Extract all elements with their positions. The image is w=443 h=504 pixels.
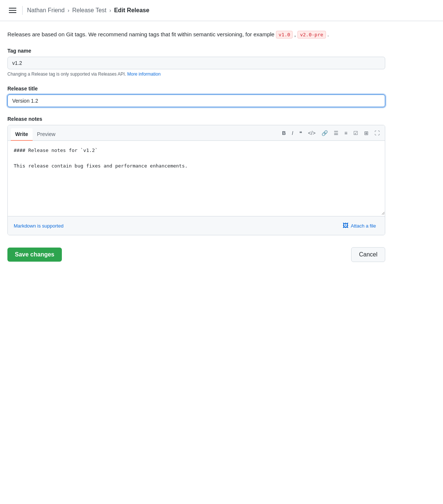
release-title-input[interactable] xyxy=(7,94,385,107)
editor-tabs-bar: Write Preview B I ❝ </> xyxy=(8,125,385,141)
breadcrumb-sep-1: › xyxy=(67,7,69,13)
release-notes-textarea[interactable]: #### Release notes for `v1.2` This relea… xyxy=(8,141,385,215)
header: Nathan Friend › Release Test › Edit Rele… xyxy=(0,0,443,21)
unordered-list-icon: ☰ xyxy=(334,130,339,136)
table-icon: ⊞ xyxy=(364,130,369,136)
editor-toolbar: B I ❝ </> 🔗 ☰ xyxy=(280,129,382,140)
breadcrumb-sep-2: › xyxy=(109,7,111,13)
code-icon: </> xyxy=(308,130,316,136)
release-notes-section: Release notes Write Preview B I ❝ xyxy=(7,116,385,235)
main-content: Releases are based on Git tags. We recom… xyxy=(0,30,393,277)
breadcrumb-parent[interactable]: Nathan Friend xyxy=(27,7,64,14)
link-button[interactable]: 🔗 xyxy=(319,129,330,137)
header-divider xyxy=(0,21,443,21)
header-divider-vertical xyxy=(22,6,23,15)
tag-name-section: Tag name Changing a Release tag is only … xyxy=(7,48,385,77)
attach-file-label: Attach a file xyxy=(351,223,376,229)
unordered-list-button[interactable]: ☰ xyxy=(332,129,341,137)
link-icon: 🔗 xyxy=(322,130,328,136)
cancel-button[interactable]: Cancel xyxy=(351,247,385,262)
save-changes-button[interactable]: Save changes xyxy=(7,248,62,262)
breadcrumb: Nathan Friend › Release Test › Edit Rele… xyxy=(27,7,149,14)
quote-button[interactable]: ❝ xyxy=(297,129,304,137)
bold-button[interactable]: B xyxy=(280,129,288,137)
ordered-list-button[interactable]: ≡ xyxy=(342,129,350,137)
info-text-before: Releases are based on Git tags. We recom… xyxy=(7,31,274,37)
release-notes-editor: Write Preview B I ❝ </> xyxy=(7,125,385,235)
italic-button[interactable]: I xyxy=(290,129,296,137)
info-text-after: . xyxy=(327,31,329,37)
fullscreen-icon: ⛶ xyxy=(374,130,380,136)
quote-icon: ❝ xyxy=(299,130,302,136)
info-text-between: , xyxy=(294,31,296,37)
tab-write[interactable]: Write xyxy=(11,128,33,141)
italic-icon: I xyxy=(292,130,293,136)
tag-example-1: v1.0 xyxy=(276,31,293,39)
markdown-supported-link[interactable]: Markdown is supported xyxy=(14,223,63,229)
tag-name-label: Tag name xyxy=(7,48,385,54)
release-notes-label: Release notes xyxy=(7,116,385,122)
table-button[interactable]: ⊞ xyxy=(362,129,371,137)
info-text: Releases are based on Git tags. We recom… xyxy=(7,30,385,39)
editor-footer: Markdown is supported 🖼 Attach a file xyxy=(8,216,385,235)
tab-bar: Write Preview xyxy=(11,128,60,140)
attach-file-icon: 🖼 xyxy=(343,222,349,229)
hamburger-icon[interactable] xyxy=(7,6,18,14)
tag-name-helper: Changing a Release tag is only supported… xyxy=(7,72,385,77)
fullscreen-button[interactable]: ⛶ xyxy=(372,129,382,137)
bold-icon: B xyxy=(282,130,286,136)
task-list-button[interactable]: ☑ xyxy=(351,129,360,137)
tab-preview[interactable]: Preview xyxy=(33,128,60,141)
attach-file-button[interactable]: 🖼 Attach a file xyxy=(340,221,379,231)
breadcrumb-current: Edit Release xyxy=(114,7,149,14)
release-title-label: Release title xyxy=(7,86,385,92)
form-actions: Save changes Cancel xyxy=(7,247,385,277)
breadcrumb-repo[interactable]: Release Test xyxy=(72,7,106,14)
task-list-icon: ☑ xyxy=(353,130,358,136)
release-title-section: Release title xyxy=(7,86,385,107)
code-button[interactable]: </> xyxy=(306,129,318,137)
ordered-list-icon: ≡ xyxy=(344,130,347,136)
tag-example-2: v2.0-pre xyxy=(297,31,326,39)
tag-name-input[interactable] xyxy=(7,57,385,69)
tag-name-more-info-link[interactable]: More information xyxy=(127,72,161,77)
